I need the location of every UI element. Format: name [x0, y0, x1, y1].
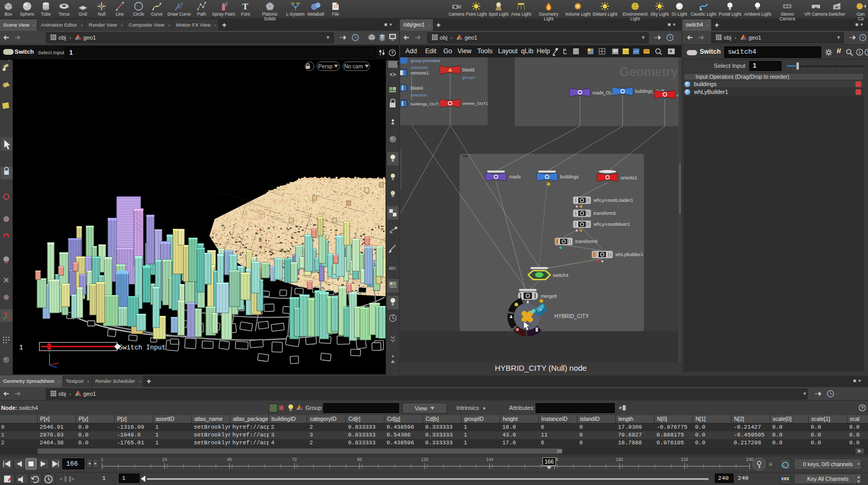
- svg-text:groups: groups: [462, 75, 475, 80]
- svg-text:abc: abc: [389, 265, 396, 271]
- svg-text:switch4: switch4: [553, 273, 568, 278]
- svg-text:24: 24: [162, 457, 167, 462]
- svg-text:group-promoted: group-promoted: [411, 58, 440, 63]
- svg-text:selection: selection: [411, 93, 427, 98]
- svg-text:transform5: transform5: [593, 211, 616, 216]
- svg-text:merge8: merge8: [541, 294, 557, 299]
- svg-text:HYBRID_CITY: HYBRID_CITY: [554, 313, 589, 319]
- svg-text:216: 216: [681, 457, 688, 462]
- svg-text:96: 96: [357, 457, 362, 462]
- svg-text:?: ?: [391, 50, 394, 55]
- svg-text:T: T: [242, 2, 249, 11]
- svg-text:48: 48: [227, 457, 232, 462]
- svg-text:blast5: blast5: [462, 67, 475, 72]
- svg-text:buildings: buildings: [560, 174, 579, 179]
- svg-text:192: 192: [616, 457, 623, 462]
- svg-text:orients1: orients1: [621, 175, 637, 180]
- svg-text:whLyBuilder1: whLyBuilder1: [615, 252, 643, 257]
- svg-text:blast4: blast4: [411, 86, 423, 91]
- svg-text:buildings_OUT1: buildings_OUT1: [411, 102, 441, 106]
- svg-text:roads: roads: [509, 174, 521, 179]
- svg-text:Geometry: Geometry: [619, 65, 678, 79]
- svg-text:whLyAssetLoader1: whLyAssetLoader1: [593, 198, 633, 203]
- svg-text:72: 72: [292, 457, 297, 462]
- svg-text:remove1: remove1: [411, 70, 429, 76]
- svg-text:?: ?: [861, 405, 864, 410]
- svg-text:transform6: transform6: [575, 239, 598, 244]
- svg-text:1: 1: [101, 457, 104, 462]
- svg-text:144: 144: [486, 457, 493, 462]
- svg-text:120: 120: [421, 457, 428, 462]
- svg-text:subdivide: subdivide: [411, 65, 428, 70]
- svg-text:whLyAssetMixer1: whLyAssetMixer1: [593, 222, 630, 227]
- svg-text:orients_OUT1: orients_OUT1: [462, 101, 488, 106]
